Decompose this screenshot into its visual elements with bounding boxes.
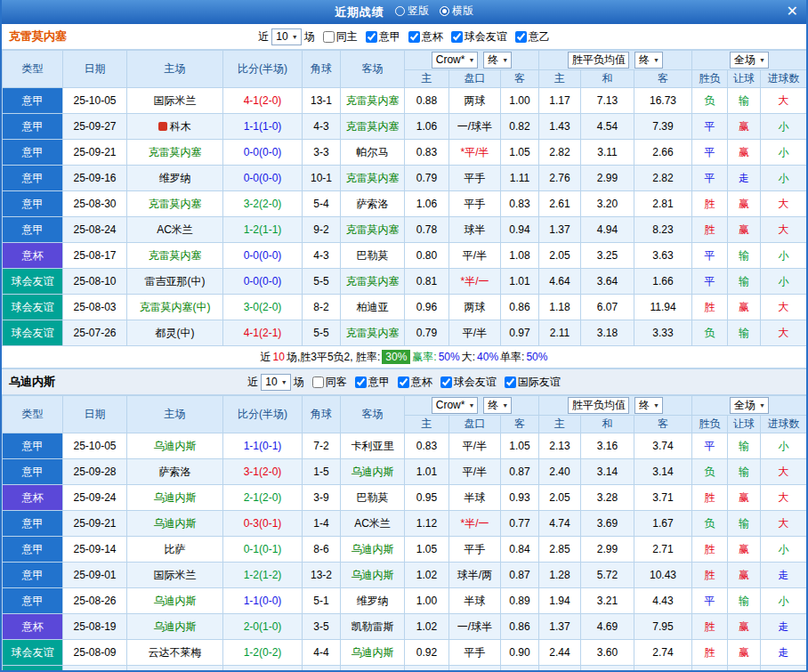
layout-option-vertical[interactable]: 竖版	[395, 4, 429, 19]
league-cell: 意甲	[3, 537, 63, 563]
mean-away-cell: 3.14	[634, 459, 692, 485]
away-team-name: 乌迪内斯	[351, 646, 394, 659]
home-team-cell: 克雷莫内塞	[127, 191, 223, 217]
sub-column-header: 进球数	[761, 70, 807, 88]
handicap-result-cell: 赢	[728, 140, 761, 166]
goals-result-cell: 大	[761, 485, 807, 511]
scope-select[interactable]: 全场▼	[730, 397, 769, 414]
select-value: 终	[488, 398, 498, 413]
league-cell: 意杯	[3, 485, 63, 511]
select-value: 全场	[734, 53, 755, 68]
match-count-select[interactable]: 10▼	[271, 28, 301, 45]
result-cell: 平	[692, 269, 728, 295]
handicap-result-cell: 赢	[728, 563, 761, 588]
filter-checkbox[interactable]	[451, 31, 463, 43]
odds-home-cell: 0.92	[405, 640, 449, 666]
filter-checkbox[interactable]	[366, 31, 377, 43]
handicap-result-cell	[728, 666, 761, 672]
filter-checkbox[interactable]	[355, 376, 367, 388]
date-cell: 25-09-28	[63, 459, 127, 485]
odds-away-cell: 1.05	[501, 140, 539, 166]
chevron-down-icon: ▼	[292, 34, 298, 40]
mean-draw-cell: 4.54	[581, 114, 634, 140]
column-header: 比分(半场)	[223, 51, 303, 88]
filter-controls: 近10▼场同主意甲意杯球会友谊意乙	[258, 28, 549, 45]
mean-away-cell: 7.95	[634, 614, 692, 640]
mean-away-cell: 2.81	[634, 191, 692, 217]
mean-home-cell: 2.05	[539, 243, 581, 269]
home-team-name: 乌迪内斯	[154, 517, 197, 530]
home-team-cell: 云达不莱梅	[127, 640, 223, 666]
date-cell: 25-08-30	[63, 191, 127, 217]
goals-result-cell: 小	[761, 166, 807, 191]
filter-option[interactable]: 同客	[312, 375, 347, 390]
filter-option[interactable]: 意杯	[408, 29, 443, 45]
away-team-name: 克雷莫内塞	[346, 172, 400, 184]
filter-option[interactable]: 国际友谊	[505, 375, 561, 390]
mean-away-cell: 1.67	[634, 511, 692, 537]
filter-checkbox[interactable]	[398, 376, 409, 388]
handicap-cell: 球半	[449, 217, 501, 243]
layout-option-horizontal[interactable]: 横版	[440, 4, 473, 19]
away-team-cell: AC米兰	[341, 511, 405, 537]
away-team-name: 萨索洛	[357, 198, 389, 210]
handicap-cell: 平/半	[449, 459, 501, 485]
filter-option[interactable]: 意杯	[398, 375, 432, 390]
odds-final-select[interactable]: 终▼	[483, 397, 512, 414]
sub-column-header: 胜负	[692, 416, 728, 433]
table-row: 意甲25-09-28萨索洛3-1(2-0)1-5乌迪内斯1.01平/半0.872…	[3, 459, 807, 485]
filter-option[interactable]: 意甲	[355, 375, 390, 390]
odds-final-select[interactable]: 终▼	[483, 52, 512, 69]
mean-home-cell: 1.18	[539, 295, 581, 320]
handicap-cell: 平手	[449, 191, 501, 217]
away-team-cell: 巴勒莫	[341, 485, 405, 511]
filter-checkbox[interactable]	[515, 31, 527, 43]
odds-home-cell: 0.79	[405, 166, 449, 191]
odds-group-header: Crow*▼终▼	[405, 51, 539, 70]
team-section-1: 克雷莫内塞近10▼场同主意甲意杯球会友谊意乙类型日期主场比分(半场)角球客场Cr…	[2, 24, 806, 368]
handicap-cell: *半/一	[449, 269, 501, 295]
mean-draw-cell: 2.99	[581, 166, 634, 191]
chevron-down-icon: ▼	[653, 402, 659, 409]
home-team-name: 克雷莫内塞	[149, 198, 202, 210]
filter-option[interactable]: 意乙	[515, 29, 550, 45]
filter-option[interactable]: 同主	[323, 29, 358, 45]
column-header: 客场	[341, 51, 405, 88]
close-icon[interactable]: ✕	[787, 3, 798, 20]
summary-text: 40%	[477, 351, 498, 363]
results-table: 类型日期主场比分(半场)角球客场Crow*▼终▼胜平负均值终▼全场▼主盘口客主和…	[2, 50, 807, 346]
mean-draw-cell: 3.25	[581, 243, 634, 269]
league-cell: 意甲	[3, 140, 63, 166]
home-team-name: AC米兰	[157, 223, 193, 236]
scope-group-header: 全场▼	[692, 396, 807, 416]
bookmaker-select[interactable]: Crow*▼	[432, 52, 479, 69]
bookmaker-select[interactable]: Crow*▼	[432, 397, 479, 414]
filter-checkbox[interactable]	[440, 376, 452, 388]
filter-option[interactable]: 球会友谊	[440, 375, 497, 390]
mean-final-select[interactable]: 终▼	[634, 52, 663, 69]
odds-away-cell: 0.90	[501, 640, 539, 666]
mean-home-cell: 2.61	[539, 191, 581, 217]
scope-select[interactable]: 全场▼	[730, 52, 769, 69]
filter-checkbox[interactable]	[408, 31, 420, 43]
column-header: 日期	[63, 396, 127, 433]
home-team-cell: 乌迪内斯	[127, 485, 223, 511]
filter-checkbox[interactable]	[312, 376, 324, 388]
mean-final-select[interactable]: 终▼	[634, 397, 663, 414]
handicap-result-cell: 赢	[728, 614, 761, 640]
handicap-result-cell: 输	[728, 459, 761, 485]
goals-result-cell: 大	[761, 320, 807, 346]
chevron-down-icon: ▼	[502, 402, 508, 409]
match-count-select[interactable]: 10▼	[261, 374, 290, 391]
filter-option[interactable]: 意甲	[366, 29, 400, 45]
result-cell: 胜	[692, 191, 728, 217]
mean-away-cell: 10.43	[634, 563, 692, 588]
mean-label: 胜平负均值	[572, 398, 626, 413]
away-team-cell: 克雷莫内塞	[341, 320, 405, 346]
mean-home-cell: 1.37	[539, 217, 581, 243]
filter-checkbox[interactable]	[505, 376, 516, 388]
corner-cell: 3-5	[303, 614, 341, 640]
filter-option[interactable]: 球会友谊	[451, 29, 507, 45]
away-team-name: 卡利亚里	[351, 440, 394, 452]
filter-checkbox[interactable]	[323, 31, 335, 43]
